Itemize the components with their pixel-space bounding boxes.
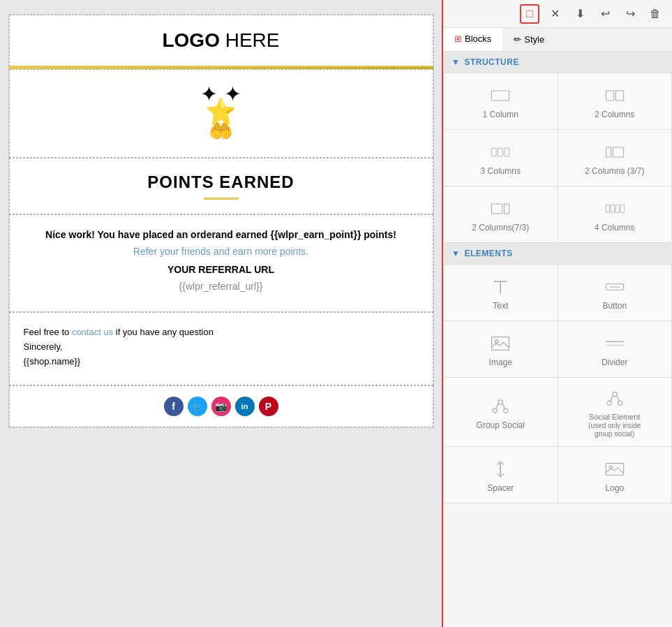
message-bold: Nice work! You have placed an orderand e… [24,229,419,240]
4col-label: 4 Columns [595,223,634,233]
svg-point-19 [495,340,498,344]
top-toolbar: □ ✕ ⬇ ↩ ↪ 🗑 [442,0,672,28]
svg-rect-10 [606,205,609,213]
email-container: LOGO HERE ✦ ✦ ⭐ 🤲 POINTS EARNED Nice wor… [8,14,434,428]
4col-icon [605,199,625,219]
twitter-icon[interactable]: 🐦 [188,397,207,416]
redo-tool-icon[interactable]: ↪ [620,4,640,24]
block-2-columns-73[interactable]: 2 Columns(7/3) [444,186,558,242]
image-element-icon [491,334,510,353]
email-social-section: f 🐦 📷 in P [9,385,433,427]
svg-point-24 [504,408,508,413]
spacer-element-icon [491,459,510,479]
block-social-element[interactable]: Social Element(used only insidegroup soc… [558,378,672,446]
svg-rect-33 [606,464,623,475]
elements-label: ELEMENTS [464,249,512,258]
2col-label: 2 Columns [595,110,634,119]
2col37-label: 2 Columns (3/7) [585,166,644,176]
block-4-columns[interactable]: 4 Columns [558,186,672,242]
trash-tool-icon[interactable]: 🗑 [645,4,665,24]
block-text[interactable]: Text [444,265,558,320]
structure-label: STRUCTURE [464,57,519,67]
block-2-columns[interactable]: 2 Columns [558,73,672,129]
style-tab-icon: ✏ [514,34,521,45]
3col-label: 3 Columns [481,166,521,176]
svg-rect-4 [498,148,503,156]
svg-line-30 [611,396,613,401]
social-element-label: Social Element(used only insidegroup soc… [588,413,641,438]
referral-title: YOUR REFERRAL URL [24,264,419,275]
referral-url: {{wlpr_referral_url}} [24,281,419,292]
svg-point-29 [618,401,622,405]
structure-header[interactable]: ▼ STRUCTURE [443,52,672,73]
logo-element-icon [605,459,625,479]
text-element-label: Text [493,301,508,311]
svg-point-27 [613,392,617,397]
email-points-section: POINTS EARNED [9,158,433,214]
svg-rect-8 [492,204,502,214]
button-element-icon [605,277,625,297]
block-button[interactable]: Button [558,265,672,320]
pinterest-icon[interactable]: P [259,397,278,416]
tab-blocks[interactable]: ⊞ Blocks [443,28,502,51]
instagram-icon[interactable]: 📷 [211,397,231,416]
1col-label: 1 Column [483,110,518,119]
email-message-section: Nice work! You have placed an orderand e… [9,214,433,312]
block-image[interactable]: Image [444,321,558,377]
svg-point-34 [609,466,612,469]
tab-style[interactable]: ✏ Style [502,28,555,51]
svg-rect-13 [620,205,624,213]
svg-rect-12 [615,205,619,213]
elements-header[interactable]: ▼ ELEMENTS [443,243,672,264]
block-divider[interactable]: Divider [558,321,672,377]
star-graphic: ✦ ✦ ⭐ 🤲 [24,84,419,143]
points-title: POINTS EARNED [24,172,419,192]
style-tab-label: Style [524,34,544,45]
svg-rect-11 [611,205,614,213]
structure-section: ▼ STRUCTURE 1 Column [443,52,672,243]
svg-rect-2 [615,91,623,101]
social-icons-row: f 🐦 📷 in P [20,397,422,416]
group-social-element-icon [491,397,510,416]
2col-icon [605,86,625,105]
block-spacer[interactable]: Spacer [444,447,558,503]
2col73-label: 2 Columns(7/3) [472,223,529,233]
close-tool-icon[interactable]: ✕ [545,4,565,24]
blocks-tab-icon: ⊞ [454,34,462,44]
linkedin-icon[interactable]: in [235,397,255,416]
message-refer: Refer your friends and earn more points. [24,246,419,257]
block-group-social[interactable]: Group Social [444,378,558,446]
svg-line-31 [617,396,619,401]
2col73-icon [491,199,510,219]
square-tool-icon[interactable]: □ [520,4,539,24]
footer-shop: {{shop.name}} [24,356,419,367]
contact-link[interactable]: contact us [72,327,113,337]
svg-point-23 [493,408,497,413]
svg-rect-0 [492,91,509,101]
block-1-column[interactable]: 1 Column [444,73,558,129]
group-social-element-label: Group Social [477,420,525,430]
svg-rect-6 [606,147,611,157]
elements-section: ▼ ELEMENTS Text [443,243,672,503]
footer-contact: Feel free to contact us if you have any … [24,327,419,337]
3col-icon [491,142,510,162]
facebook-icon[interactable]: f [164,397,184,416]
logo-element-label: Logo [605,483,624,493]
block-2-columns-37[interactable]: 2 Columns (3/7) [558,130,672,186]
svg-rect-18 [492,337,509,351]
download-tool-icon[interactable]: ⬇ [570,4,590,24]
block-logo[interactable]: Logo [558,447,672,503]
2col37-icon [605,142,625,162]
structure-chevron: ▼ [451,57,460,67]
right-panel: □ ✕ ⬇ ↩ ↪ 🗑 ⊞ Blocks ✏ Style ▼ STRUCTURE [442,0,672,627]
blocks-tab-label: Blocks [465,34,491,44]
email-star-section: ✦ ✦ ⭐ 🤲 [9,69,433,158]
elements-grid: Text Button [443,264,672,503]
email-footer-section: Feel free to contact us if you have any … [9,312,433,385]
panel-tabs: ⊞ Blocks ✏ Style [443,28,672,52]
svg-line-25 [496,404,498,408]
block-3-columns[interactable]: 3 Columns [444,130,558,186]
undo-tool-icon[interactable]: ↩ [595,4,615,24]
svg-point-28 [607,401,611,405]
footer-sincerely: Sincerely, [24,341,419,352]
